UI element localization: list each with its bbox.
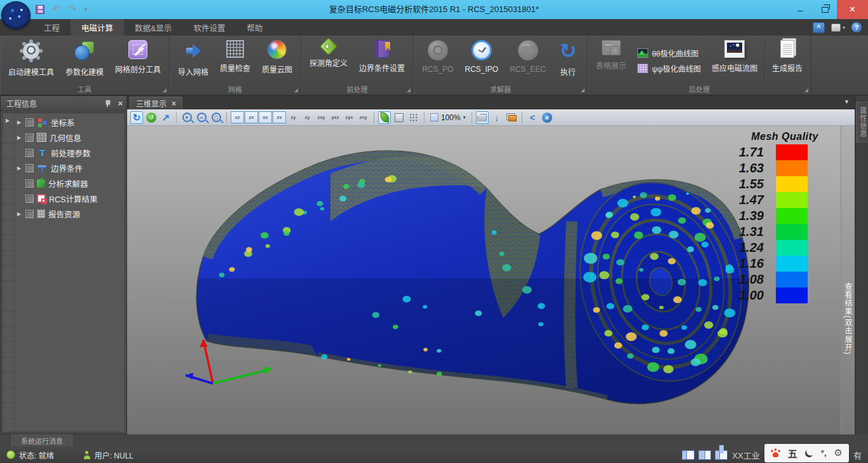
- help-icon[interactable]: ?: [851, 22, 862, 32]
- menu-tab[interactable]: 电磁计算: [71, 19, 124, 36]
- dialog-launcher-icon[interactable]: [163, 88, 166, 92]
- ime-toolbar[interactable]: 五 °, ⚙: [764, 444, 849, 462]
- checkbox[interactable]: [25, 195, 34, 203]
- view-orientation-button[interactable]: zx: [273, 111, 286, 123]
- viewport-tool-button[interactable]: [226, 112, 227, 123]
- properties-panel-tab[interactable]: 属性信息: [856, 102, 868, 142]
- checkbox[interactable]: [25, 164, 34, 172]
- viewport-tab[interactable]: 三维显示 ×: [130, 97, 182, 109]
- view-orientation-button[interactable]: zyx: [342, 111, 356, 123]
- ribbon-button[interactable]: 感应电磁流图: [706, 38, 763, 83]
- ime-punctuation-toggle[interactable]: °,: [821, 448, 827, 458]
- minimize-button[interactable]: –: [789, 0, 813, 19]
- tab-close-icon[interactable]: ×: [172, 99, 176, 108]
- ribbon-button[interactable]: RCS_IPO: [459, 38, 504, 83]
- app-logo-icon[interactable]: [1, 1, 31, 29]
- menu-tab[interactable]: 软件设置: [182, 19, 236, 36]
- viewport-tool-button[interactable]: [424, 112, 424, 123]
- tree-item[interactable]: 报告资源: [15, 206, 125, 221]
- close-button[interactable]: ×: [837, 0, 868, 19]
- zoom-level-control[interactable]: 100% ▾: [428, 113, 468, 122]
- menu-tab[interactable]: 帮助: [236, 19, 273, 36]
- pin-icon[interactable]: [105, 100, 110, 107]
- view-orientation-button[interactable]: yxz: [329, 111, 342, 123]
- chevron-down-icon[interactable]: ▾: [463, 114, 466, 120]
- layout-toggle-button[interactable]: [715, 450, 728, 460]
- viewport-tool-button[interactable]: [476, 111, 489, 124]
- viewport-tool-button[interactable]: [407, 111, 420, 124]
- expander-icon[interactable]: [16, 120, 22, 125]
- view-orientation-button[interactable]: zy: [287, 111, 300, 123]
- tree-item[interactable]: 几何信息: [15, 130, 125, 145]
- restore-button[interactable]: [813, 0, 837, 19]
- view-orientation-button[interactable]: zxy: [315, 111, 328, 123]
- tree-item[interactable]: 前处理参数: [15, 145, 125, 160]
- viewport-tool-button[interactable]: ↻: [130, 111, 143, 124]
- dialog-launcher-icon[interactable]: [804, 88, 808, 92]
- ribbon-button[interactable]: 参数化建模: [60, 38, 109, 83]
- layout-toggle-button[interactable]: [682, 450, 695, 460]
- view-orientation-button[interactable]: xz: [259, 111, 272, 123]
- tab-list-dropdown-icon[interactable]: ▼: [844, 99, 850, 105]
- checkbox[interactable]: [25, 134, 34, 142]
- menu-tab[interactable]: 数据&显示: [124, 19, 182, 36]
- ribbon-button[interactable]: 表格展示: [590, 38, 632, 83]
- ime-logo-paw-icon[interactable]: [771, 448, 780, 457]
- collapse-ribbon-icon[interactable]: ^: [813, 22, 825, 33]
- ribbon-button[interactable]: 网格剖分工具: [109, 38, 166, 83]
- mesh-3d-canvas[interactable]: Mesh Quality 1.71 1.63 1.55: [127, 126, 841, 434]
- viewport-tool-button[interactable]: [505, 111, 518, 124]
- system-message-tab[interactable]: 系统运行消息: [11, 434, 72, 446]
- layout-toggle-button[interactable]: [698, 450, 711, 460]
- ribbon-small-button[interactable]: θθ极化曲线图: [637, 48, 701, 59]
- ribbon-button[interactable]: 探测角定义: [304, 38, 353, 83]
- viewport-tool-button[interactable]: ×: [541, 111, 553, 124]
- ime-settings-gear-icon[interactable]: ⚙: [834, 447, 843, 459]
- viewport-tool-button[interactable]: [176, 112, 177, 123]
- view-orientation-button[interactable]: xz: [231, 111, 244, 123]
- tree-item[interactable]: RCS计算结果: [15, 191, 125, 206]
- ribbon-small-button[interactable]: ψψ极化曲线图: [637, 63, 701, 74]
- ribbon-button[interactable]: 边界条件设置: [353, 38, 410, 83]
- viewport-tool-button[interactable]: [522, 112, 522, 123]
- ime-halfmoon-icon[interactable]: [805, 449, 813, 457]
- viewport-tool-button[interactable]: [471, 112, 472, 123]
- tree-item[interactable]: 坐标系: [15, 114, 125, 130]
- expander-icon[interactable]: [16, 211, 22, 217]
- close-icon[interactable]: ×: [118, 100, 123, 107]
- viewport-tool-button[interactable]: <: [526, 111, 539, 124]
- ime-wubi-mode[interactable]: 五: [788, 446, 797, 460]
- view-orientation-button[interactable]: zxy: [356, 111, 370, 123]
- viewport-tool-button[interactable]: [374, 112, 374, 123]
- dialog-launcher-icon[interactable]: [581, 88, 585, 92]
- ribbon-button[interactable]: 质量检查: [214, 38, 256, 83]
- view-orientation-button[interactable]: zx: [245, 111, 258, 123]
- expander-icon[interactable]: [16, 135, 22, 141]
- ribbon-button[interactable]: 导入网格: [172, 38, 214, 83]
- viewport-tool-button[interactable]: □: [210, 111, 222, 124]
- viewport-tool-button[interactable]: [378, 111, 391, 124]
- checkbox[interactable]: [25, 210, 34, 218]
- dialog-launcher-icon[interactable]: [407, 88, 410, 92]
- viewport-tool-button[interactable]: −: [195, 111, 208, 124]
- checkbox[interactable]: [25, 118, 34, 127]
- ribbon-button[interactable]: ↻ 执行: [552, 38, 585, 83]
- ribbon-button[interactable]: RCS_PO: [416, 38, 459, 83]
- checkbox[interactable]: [25, 149, 34, 157]
- viewport-tool-button[interactable]: ↓: [491, 111, 503, 124]
- dialog-launcher-icon[interactable]: [294, 88, 298, 92]
- viewport-tool-button[interactable]: ↺: [145, 111, 158, 124]
- tree-item[interactable]: 分析求解器: [15, 176, 125, 191]
- viewport-tool-button[interactable]: +: [180, 111, 193, 124]
- ribbon-button[interactable]: 质量云图: [256, 38, 298, 83]
- ribbon-button[interactable]: RCS_EEC: [504, 38, 552, 83]
- expander-icon[interactable]: [16, 165, 22, 171]
- ribbon-button[interactable]: 启动建模工具: [3, 38, 60, 83]
- tree-item[interactable]: 边界条件: [15, 160, 125, 176]
- mesh-model[interactable]: [127, 126, 841, 434]
- viewport-tool-button[interactable]: ↗: [159, 111, 172, 124]
- checkbox[interactable]: [25, 179, 34, 188]
- viewport-tool-button[interactable]: [393, 111, 405, 124]
- menu-tab[interactable]: 工程: [33, 19, 71, 36]
- view-orientation-button[interactable]: zy: [301, 111, 314, 123]
